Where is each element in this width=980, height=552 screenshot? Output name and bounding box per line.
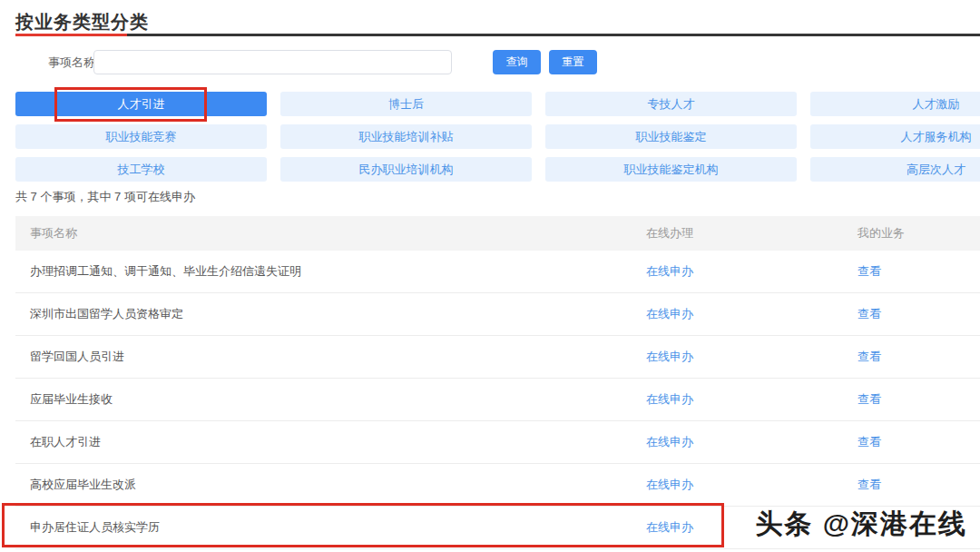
- title-underline: [15, 34, 980, 36]
- table-header: 事项名称 在线办理 我的业务: [15, 216, 980, 251]
- table-row: 应届毕业生接收 在线申办 查看: [15, 379, 980, 421]
- online-apply-link[interactable]: 在线申办: [646, 293, 693, 335]
- table-row: 深圳市出国留学人员资格审定 在线申办 查看: [15, 293, 980, 336]
- table-body: 办理招调工通知、调干通知、毕业生介绍信遗失证明 在线申办 查看 深圳市出国留学人…: [15, 251, 980, 549]
- view-link[interactable]: 查看: [858, 336, 881, 378]
- online-apply-link[interactable]: 在线申办: [646, 251, 693, 292]
- table-row: 留学回国人员引进 在线申办 查看: [15, 336, 980, 379]
- page: 按业务类型分类 事项名称 查询 重置 人才引进 博士后 专技人才 人才激励 职业…: [0, 0, 980, 552]
- category-tab-fuwu-jigou[interactable]: 人才服务机构: [810, 124, 980, 149]
- category-tab-jineng-jianding[interactable]: 职业技能鉴定: [545, 124, 797, 149]
- page-title: 按业务类型分类: [15, 10, 149, 34]
- result-count-text: 共 7 个事项，其中 7 项可在线申办: [15, 189, 195, 205]
- category-tab-rencai-jili[interactable]: 人才激励: [810, 92, 980, 116]
- online-apply-link[interactable]: 在线申办: [646, 464, 693, 506]
- table-row: 办理招调工通知、调干通知、毕业生介绍信遗失证明 在线申办 查看: [15, 251, 980, 293]
- table-row: 在职人才引进 在线申办 查看: [15, 421, 980, 464]
- item-name: 办理招调工通知、调干通知、毕业生介绍信遗失证明: [30, 251, 301, 292]
- category-tab-jigong-xuexiao[interactable]: 技工学校: [15, 157, 267, 182]
- watermark-text: 头条 @深港在线: [755, 506, 967, 543]
- reset-button[interactable]: 重置: [549, 50, 597, 74]
- category-tab-jianding-jigou[interactable]: 职业技能鉴定机构: [545, 157, 797, 182]
- view-link[interactable]: 查看: [858, 379, 881, 420]
- category-tab-jineng-jingsai[interactable]: 职业技能竞赛: [15, 124, 267, 149]
- category-tab-zhuanji-rencai[interactable]: 专技人才: [545, 92, 797, 116]
- view-link[interactable]: 查看: [858, 251, 881, 292]
- category-grid: 人才引进 博士后 专技人才 人才激励 职业技能竞赛 职业技能培训补贴 职业技能鉴…: [15, 92, 980, 182]
- category-tab-boshihou[interactable]: 博士后: [280, 92, 532, 116]
- view-link[interactable]: 查看: [858, 464, 881, 506]
- title-underline-accent: [15, 34, 127, 36]
- online-apply-link[interactable]: 在线申办: [646, 379, 693, 420]
- column-header-my-business: 我的业务: [858, 216, 905, 251]
- item-name: 高校应届毕业生改派: [30, 464, 136, 506]
- view-link[interactable]: 查看: [858, 293, 881, 335]
- search-input[interactable]: [93, 50, 452, 74]
- column-header-name: 事项名称: [30, 216, 77, 251]
- category-tab-minban-jigou[interactable]: 民办职业培训机构: [280, 157, 532, 182]
- online-apply-link[interactable]: 在线申办: [646, 507, 693, 548]
- item-name: 深圳市出国留学人员资格审定: [30, 293, 183, 335]
- category-tab-peixun-butie[interactable]: 职业技能培训补贴: [280, 124, 532, 149]
- view-link[interactable]: 查看: [858, 421, 881, 463]
- search-field-label: 事项名称: [48, 50, 95, 74]
- item-name: 应届毕业生接收: [30, 379, 113, 420]
- online-apply-link[interactable]: 在线申办: [646, 336, 693, 378]
- query-button[interactable]: 查询: [493, 50, 541, 74]
- item-name: 在职人才引进: [30, 421, 101, 463]
- online-apply-link[interactable]: 在线申办: [646, 421, 693, 463]
- category-tab-gaocengci[interactable]: 高层次人才: [810, 157, 980, 182]
- item-name: 留学回国人员引进: [30, 336, 124, 378]
- item-name: 申办居住证人员核实学历: [30, 507, 160, 548]
- category-tab-rencai-yinjin[interactable]: 人才引进: [15, 92, 267, 116]
- column-header-online: 在线办理: [646, 216, 693, 251]
- table-row: 高校应届毕业生改派 在线申办 查看: [15, 464, 980, 507]
